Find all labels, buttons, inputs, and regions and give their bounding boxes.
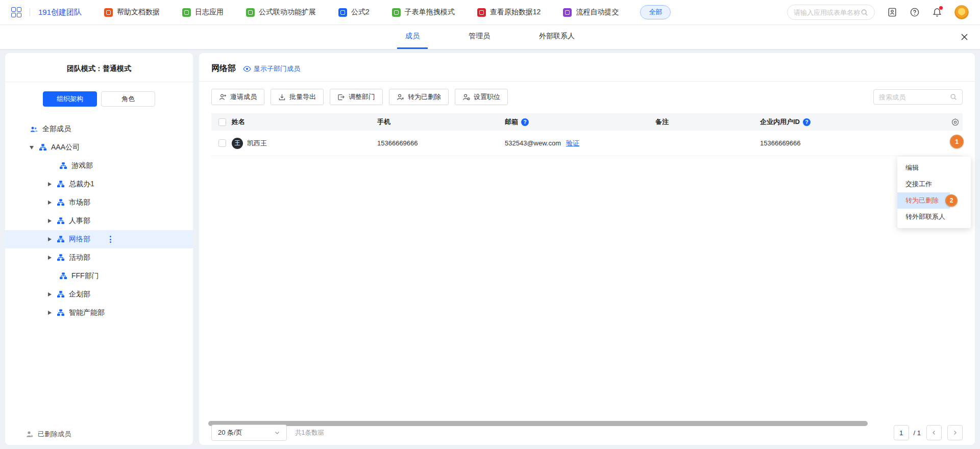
members-group-icon xyxy=(30,125,38,134)
more-actions-icon[interactable] xyxy=(110,236,111,243)
app-tab-subform-drag[interactable]: 子表单拖拽模式 xyxy=(392,8,455,17)
email-help-icon[interactable]: ? xyxy=(521,118,529,126)
table-header: 姓名 手机 邮箱 ? 备注 企业内用户ID ? xyxy=(211,113,963,131)
department-icon xyxy=(59,272,67,280)
page-total-label: / 1 xyxy=(914,429,921,437)
header-corp-id-label: 企业内用户ID xyxy=(760,117,800,127)
page-size-select[interactable]: 20 条/页 xyxy=(211,425,287,441)
tree-item-hr-dept[interactable]: 人事部 xyxy=(5,212,193,230)
batch-export-button[interactable]: 批量导出 xyxy=(271,89,324,105)
tab-members[interactable]: 成员 xyxy=(397,25,428,49)
team-mode-title: 团队模式：普通模式 xyxy=(5,53,193,82)
search-icon xyxy=(950,93,957,101)
tree-item-all-members[interactable]: 全部成员 xyxy=(5,120,193,138)
button-label: 批量导出 xyxy=(289,92,316,102)
header-note: 备注 xyxy=(655,117,760,127)
app-tab-raw-data[interactable]: 查看原始数据12 xyxy=(477,8,541,17)
department-title: 网络部 xyxy=(211,63,236,74)
close-icon[interactable] xyxy=(960,33,969,43)
menu-item-handover[interactable]: 交接工作 xyxy=(897,176,971,192)
tree-item-ceo-office[interactable]: 总裁办1 xyxy=(5,175,193,193)
show-sub-dept-link[interactable]: 显示子部门成员 xyxy=(243,64,300,73)
app-tab-formula2[interactable]: 公式2 xyxy=(338,8,370,17)
invite-member-button[interactable]: 邀请成员 xyxy=(211,89,264,105)
tree-item-game-dept[interactable]: 游戏部 xyxy=(5,157,193,175)
person-gear-icon xyxy=(462,93,470,101)
header-corp-id: 企业内用户ID ? xyxy=(760,117,918,127)
caret-right-icon[interactable] xyxy=(48,182,52,186)
member-search-input[interactable] xyxy=(879,93,950,101)
button-label: 调整部门 xyxy=(349,92,375,102)
menu-item-edit[interactable]: 编辑 xyxy=(897,160,971,176)
page-number-input[interactable]: 1 xyxy=(894,425,909,440)
help-icon[interactable] xyxy=(910,7,920,17)
member-toolbar: 邀请成员 批量导出 调整部门 转为已删除 xyxy=(199,82,975,112)
verify-link[interactable]: 验证 xyxy=(566,139,579,148)
select-all-checkbox[interactable] xyxy=(218,118,226,126)
tree-item-aaa-company[interactable]: AAA公司 xyxy=(5,138,193,157)
row-checkbox[interactable] xyxy=(218,139,226,147)
tab-admins[interactable]: 管理员 xyxy=(460,25,498,49)
caret-right-icon[interactable] xyxy=(48,256,52,260)
app-tab-help-docs[interactable]: 帮助文档数据 xyxy=(104,8,160,17)
tree-item-activity-dept[interactable]: 活动部 xyxy=(5,248,193,267)
department-icon xyxy=(59,162,67,170)
app-grid-icon[interactable] xyxy=(11,7,21,17)
app-tab-auto-submit[interactable]: 流程自动提交 xyxy=(563,8,619,17)
tree-item-fff-dept[interactable]: FFF部门 xyxy=(5,267,193,285)
caret-right-icon[interactable] xyxy=(48,201,52,205)
topbar-right xyxy=(787,5,969,20)
adjust-department-button[interactable]: 调整部门 xyxy=(330,89,383,105)
app-tab-formula-link[interactable]: 公式联动功能扩展 xyxy=(246,8,316,17)
app-tab-log-app[interactable]: 日志应用 xyxy=(182,8,224,17)
topbar-search-input[interactable] xyxy=(794,9,861,16)
tree-item-market-dept[interactable]: 市场部 xyxy=(5,193,193,212)
app-icon xyxy=(392,8,401,17)
team-name-link[interactable]: 191创建团队 xyxy=(38,8,82,17)
app-icon xyxy=(246,8,255,17)
menu-item-move-to-deleted[interactable]: 转为已删除 xyxy=(897,192,971,209)
notification-bell-icon[interactable] xyxy=(932,7,942,17)
column-settings-icon[interactable] xyxy=(951,118,960,127)
tab-external-contacts[interactable]: 外部联系人 xyxy=(531,25,583,49)
caret-down-icon[interactable] xyxy=(30,146,34,149)
tree-item-planning-dept[interactable]: 企划部 xyxy=(5,285,193,304)
org-sidebar: 团队模式：普通模式 组织架构 角色 全部成员 xyxy=(5,53,193,445)
eye-icon xyxy=(243,66,251,72)
person-x-icon xyxy=(397,93,404,101)
button-label: 邀请成员 xyxy=(230,92,257,102)
menu-item-to-external-contact[interactable]: 转外部联系人 xyxy=(897,209,971,225)
annotation-badge-2: 2 xyxy=(945,194,958,207)
department-icon xyxy=(57,254,65,262)
member-search[interactable] xyxy=(873,89,963,105)
caret-right-icon[interactable] xyxy=(48,237,52,241)
next-page-button[interactable] xyxy=(947,425,963,440)
pagination: 1 / 1 xyxy=(894,425,963,440)
caret-right-icon[interactable] xyxy=(48,219,52,223)
department-tree: 全部成员 AAA公司 游戏部 xyxy=(5,120,193,322)
app-tab-label: 查看原始数据12 xyxy=(490,8,541,17)
tree-item-label: 智能产能部 xyxy=(69,308,105,317)
button-label: 设置职位 xyxy=(474,92,500,102)
tree-item-label: 总裁办1 xyxy=(69,180,94,189)
table-row[interactable]: 王 凯西王 15366669666 532543@wew.com 验证 1536… xyxy=(211,131,963,156)
org-structure-button[interactable]: 组织架构 xyxy=(43,91,97,107)
prev-page-button[interactable] xyxy=(926,425,942,440)
corp-id-help-icon[interactable]: ? xyxy=(803,118,811,126)
deleted-members-link[interactable]: 已删除成员 xyxy=(26,430,71,439)
total-count-label: 共1条数据 xyxy=(295,429,324,437)
caret-right-icon[interactable] xyxy=(48,311,52,315)
topbar-search[interactable] xyxy=(787,5,875,20)
app-icon xyxy=(182,8,191,17)
user-avatar[interactable] xyxy=(954,5,969,19)
tree-item-label: 网络部 xyxy=(69,235,90,244)
set-position-button[interactable]: 设置职位 xyxy=(455,89,508,105)
move-to-deleted-button[interactable]: 转为已删除 xyxy=(389,89,449,105)
all-apps-pill[interactable]: 全部 xyxy=(640,5,671,19)
tree-item-network-dept-selected[interactable]: 网络部 xyxy=(5,230,193,248)
tree-item-smart-capacity-dept[interactable]: 智能产能部 xyxy=(5,304,193,322)
member-phone: 15366669666 xyxy=(377,139,505,147)
role-button[interactable]: 角色 xyxy=(101,91,155,107)
caret-right-icon[interactable] xyxy=(48,292,52,296)
address-book-icon[interactable] xyxy=(887,7,897,17)
